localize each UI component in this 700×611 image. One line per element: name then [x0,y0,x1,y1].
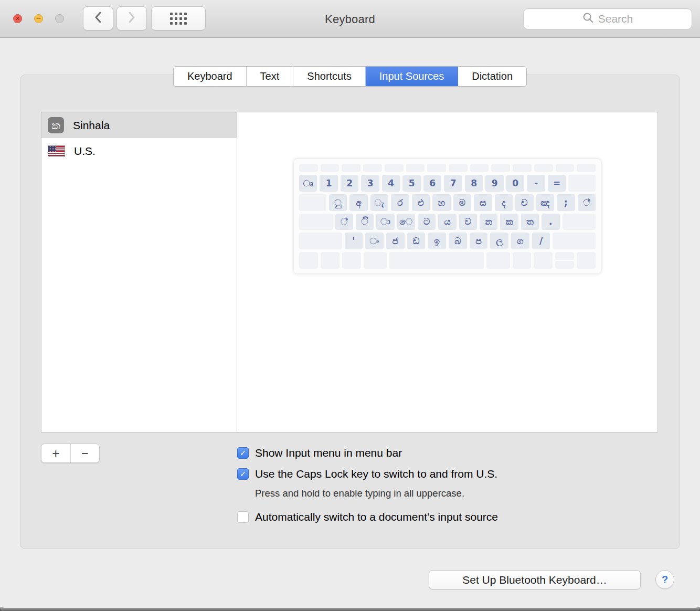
key-/: / [532,233,550,249]
add-input-source-button[interactable]: + [41,444,71,462]
checkbox-label: Show Input menu in menu bar [255,447,402,459]
help-button[interactable]: ? [655,570,674,589]
key-6: 6 [423,175,441,192]
key-◌ි: ◌ි [356,214,374,230]
blank-key [534,252,553,269]
key-◌්: ◌් [578,194,596,211]
tab-dictation[interactable]: Dictation [458,67,526,86]
key-ර: ර [391,194,409,211]
key-හ: හ [432,194,450,211]
key-ම: ම [453,194,471,211]
input-source-row-u-s[interactable]: U.S. [41,138,237,164]
key-බ: බ [449,233,467,249]
checkbox-checked[interactable]: ✓ [237,468,249,480]
key-4: 4 [382,175,400,192]
keyboard-layout-preview: ◌ෘ1234567890-=◌ුඅ◌ැරඑහමසදචඤ;◌්◌්◌ි◌ා◌ෙටය… [294,159,601,273]
checkbox-label: Automatically switch to a document’s inp… [255,511,498,523]
keyboard-preferences-window: ✕ ─ Keyboard [0,0,700,611]
keyboard-row-1: ◌ෘ1234567890-= [299,175,596,192]
key-8: 8 [465,175,483,192]
tab-text[interactable]: Text [247,67,294,86]
key-ජ: ජ [386,233,405,249]
window-body: ✕ ─ Keyboard [0,0,700,608]
blank-key [299,164,318,172]
key-ක: ක [500,214,518,230]
sinhala-input-icon: ක [48,117,64,133]
keyboard-row-3: ◌්◌ි◌ා◌ෙටයවනකත. [299,214,596,230]
blank-key [342,164,360,172]
key--: - [527,175,545,192]
blank-key [299,252,318,269]
key-ග: ග [511,233,529,249]
input-source-row-sinhala[interactable]: කSinhala [41,112,237,138]
input-source-label: U.S. [74,145,96,157]
key-ය: ය [438,214,456,230]
blank-key [553,233,596,249]
blank-key [406,164,425,172]
blank-key [513,164,532,172]
blank-key [385,164,404,172]
checkbox-label: Use the Caps Lock key to switch to and f… [255,468,497,480]
key-ප: ප [470,233,488,249]
arrow-up-key [555,252,574,260]
checkbox-row-show-input-menu-in-menu-bar: ✓Show Input menu in menu bar [237,447,402,459]
search-icon [582,12,594,26]
blank-key [556,164,575,172]
key-5: 5 [402,175,420,192]
blank-key [563,214,596,230]
key-ඉ: ඉ [428,233,446,249]
keyboard-row-0 [299,164,596,172]
key-◌ා: ◌ා [376,214,394,230]
checkbox-row-use-the-caps-lock-key-to-switc: ✓Use the Caps Lock key to switch to and … [237,468,497,480]
key-◌ෘ: ◌ෘ [299,175,317,192]
key-1: 1 [320,175,337,192]
key-3: 3 [361,175,379,192]
key-ද: ද [495,194,513,211]
blank-key [299,194,326,211]
key-ඤ: ඤ [536,194,554,211]
key-9: 9 [485,175,503,192]
list-edit-control: + − [41,444,100,463]
blank-key [342,252,361,269]
setup-bluetooth-keyboard-button[interactable]: Set Up Bluetooth Keyboard… [429,570,641,589]
arrow-updown-keys [555,252,574,269]
key-ත: ත [521,214,539,230]
tab-bar: KeyboardTextShortcutsInput SourcesDictat… [173,66,527,87]
blank-key [534,164,553,172]
key-ල: ල [490,233,508,249]
key-ව: ව [459,214,477,230]
blank-key [491,164,510,172]
key-ං: ං [365,233,384,249]
tab-shortcuts[interactable]: Shortcuts [293,67,365,86]
input-source-list: කSinhalaU.S. [41,112,237,432]
tab-keyboard[interactable]: Keyboard [174,67,247,86]
key-': ' [345,233,363,249]
blank-key [449,164,468,172]
title-bar: ✕ ─ Keyboard [0,0,700,38]
checkbox-checked[interactable]: ✓ [237,447,249,459]
key-2: 2 [341,175,358,192]
blank-key [513,252,532,269]
arrow-down-key [555,261,574,269]
us-flag-icon [48,145,65,157]
checkbox-unchecked[interactable] [237,511,249,523]
key-ට: ට [418,214,436,230]
key-ච: ච [515,194,533,211]
blank-key [568,175,596,192]
blank-key [577,164,596,172]
blank-key [486,252,510,269]
key-ඩ: ඩ [407,233,426,249]
blank-key [427,164,446,172]
key-0: 0 [506,175,524,192]
key-.: . [542,214,559,230]
key-න: න [480,214,497,230]
remove-input-source-button[interactable]: − [71,444,100,462]
blank-key [470,164,489,172]
input-source-label: Sinhala [73,119,110,132]
caps-lock-subtext: Press and hold to enable typing in all u… [255,488,464,499]
key-;: ; [557,194,575,211]
blank-key [299,233,342,249]
search-input[interactable]: Search [523,8,692,29]
tab-input-sources[interactable]: Input Sources [366,67,458,86]
blank-key [321,252,340,269]
